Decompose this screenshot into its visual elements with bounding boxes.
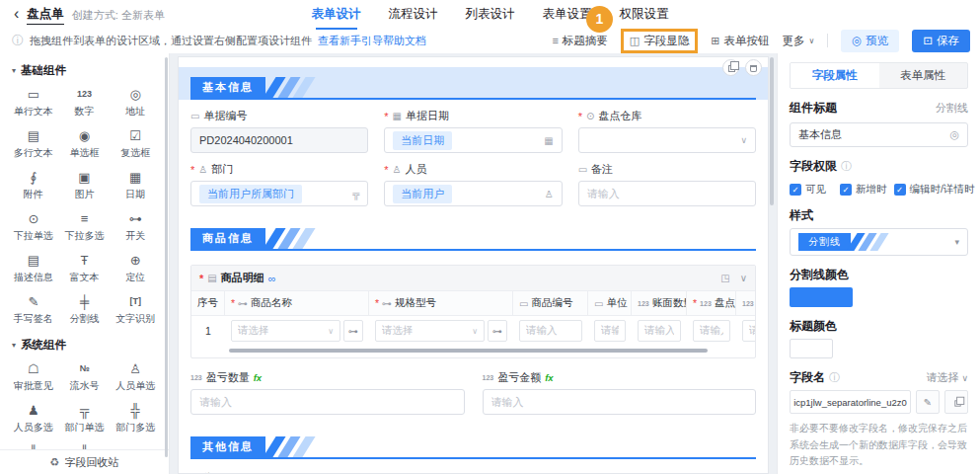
link-button[interactable]: ⊶ (488, 320, 507, 342)
tab-flow-design[interactable]: 流程设计 (389, 0, 438, 30)
bill-number-input[interactable]: PD2024040200001 (190, 127, 368, 153)
divider-color-swatch[interactable] (790, 287, 853, 307)
tab-list-design[interactable]: 列表设计 (466, 0, 515, 30)
field-name-input[interactable]: icp1jlw_separatorline_u2z0 (790, 390, 911, 414)
back-icon[interactable]: ‹ (14, 6, 19, 22)
tab-form-settings[interactable]: 表单设置 (543, 0, 592, 30)
component-item-switch[interactable]: ⊶开关 (110, 210, 161, 243)
section-banner-basic-info[interactable]: 基本信息 (179, 67, 768, 100)
edit-field-name-button[interactable]: ✎ (916, 390, 940, 414)
field-warehouse[interactable]: *⊙盘点仓库 ∨ (578, 109, 756, 153)
component-title-label: 组件标题 (790, 100, 837, 117)
component-item-number[interactable]: 123数字 (59, 86, 111, 118)
action-title-summary[interactable]: ≡标题摘要 (552, 34, 607, 48)
section-banner-goods-info[interactable]: 商品信息 (190, 228, 756, 251)
recycle-bin-item[interactable]: ♻ 字段回收站 (0, 449, 169, 474)
component-item-ocr[interactable]: [T]文字识别 (110, 293, 161, 326)
form-title[interactable]: 盘点单 (27, 6, 64, 25)
cell-input[interactable]: 请输入 (638, 320, 681, 342)
component-item-rich-text[interactable]: Ŧ富文本 (59, 252, 111, 284)
checkbox-checked-icon[interactable]: ✓ (894, 184, 906, 196)
link-button[interactable]: ⊶ (343, 320, 363, 342)
help-link[interactable]: 查看新手引导帮助文档 (318, 34, 426, 48)
component-item-dropdown-multi[interactable]: ≡下拉多选 (59, 210, 111, 243)
remark-input[interactable]: 请输入 (578, 181, 756, 206)
tab-form-properties[interactable]: 表单属性 (879, 63, 968, 88)
cell-select[interactable]: 请选择∨ (231, 320, 340, 342)
expand-icon[interactable]: ◳ (720, 273, 729, 283)
more-button[interactable]: 更多 ∨ (782, 34, 814, 48)
copy-field-name-button[interactable] (944, 390, 968, 414)
component-title-input[interactable]: 基本信息 ◎ (790, 122, 968, 147)
field-department[interactable]: *♙部门 当前用户所属部门╦ (190, 162, 368, 206)
person-input[interactable]: 当前用户♙ (384, 181, 562, 206)
component-item-multi-line-text[interactable]: ▤多行文本 (8, 127, 59, 160)
component-item-dept-multi[interactable]: ╬部门多选 (110, 402, 161, 434)
component-item-image[interactable]: ▣图片 (59, 169, 111, 201)
checkbox-checked-icon[interactable]: ✓ (790, 184, 801, 196)
component-item-divider[interactable]: ╪分割线 (59, 293, 111, 326)
component-group-header-0[interactable]: ▾基础组件 (0, 59, 169, 82)
horizontal-scrollbar[interactable] (229, 349, 708, 353)
tab-field-properties[interactable]: 字段属性 (791, 63, 879, 88)
component-item-dept-single[interactable]: ╦部门单选 (59, 402, 111, 434)
tab-form-design[interactable]: 表单设计 (312, 0, 361, 30)
copy-section-button[interactable] (722, 59, 739, 76)
eye-icon[interactable]: ◎ (949, 128, 959, 141)
delete-section-button[interactable] (745, 59, 762, 76)
field-name-select[interactable]: 请选择∨ (926, 370, 968, 385)
component-item-approval-comment[interactable]: ☖审批意见 (8, 360, 59, 393)
field-profit-amount[interactable]: 123盈亏金额fx 请输入 (483, 370, 757, 415)
save-button[interactable]: ⊡ 保存 (912, 30, 970, 52)
cell-input[interactable]: 请输入 (594, 320, 626, 342)
divider-color-label: 分割线颜色 (790, 267, 849, 283)
cell-input[interactable]: 请输入 (742, 320, 756, 342)
action-field-visibility[interactable]: ◫字段显隐1 (621, 29, 698, 53)
cell-input[interactable]: 请输入 (693, 320, 730, 342)
component-item-dropdown-single[interactable]: ⊙下拉单选 (8, 210, 59, 243)
collapse-icon[interactable]: ∨ (740, 273, 747, 283)
perm-on-create[interactable]: ✓新增时 (840, 183, 887, 197)
checkbox-checked-icon[interactable]: ✓ (840, 184, 852, 196)
sidebar-scrollbar[interactable] (165, 57, 168, 457)
component-item-person-single[interactable]: ♙人员单选 (110, 360, 161, 393)
field-profit-quantity[interactable]: 123盈亏数量fx 请输入 (190, 370, 465, 415)
field-bill-number[interactable]: ▭单据编号 PD2024040200001 (190, 109, 368, 153)
bill-date-input[interactable]: 当前日期▦ (384, 127, 562, 153)
field-remark[interactable]: ▭备注 请输入 (578, 162, 756, 206)
component-item-checkbox[interactable]: ☑复选框 (110, 127, 161, 160)
perm-on-edit-detail[interactable]: ✓编辑时/详情时 (894, 183, 975, 197)
component-item-attachment[interactable]: ∮附件 (8, 169, 59, 201)
cell-input[interactable]: 请输入 (519, 320, 582, 342)
component-item-date[interactable]: ▦日期 (110, 169, 161, 201)
perm-visible[interactable]: ✓可见 (790, 183, 826, 197)
profit-quantity-input[interactable]: 请输入 (190, 389, 465, 415)
component-item-radio[interactable]: ◉单选框 (59, 127, 111, 160)
field-name-warning: 非必要不要修改字段名，修改完保存之后系统会生成一个新的数据库字段，会导致历史数据… (790, 421, 968, 470)
canvas-scrollbar[interactable] (770, 57, 774, 205)
component-item-location[interactable]: ⊕定位 (110, 252, 161, 284)
style-select[interactable]: 分割线 ▾ (790, 228, 968, 256)
cell-select[interactable]: 请选择∨ (375, 320, 485, 342)
detail-table[interactable]: * ▤ 商品明细 ∞ ◳ ∨ 序号*⊶商品名称*⊶规格型号▭商品编号▭单位123… (190, 265, 756, 358)
preview-button[interactable]: ◎ 预览 (841, 30, 899, 52)
section-banner-other-info[interactable]: 其他信息 (190, 436, 756, 459)
component-item-serial-number[interactable]: №流水号 (59, 360, 111, 393)
approval-comment-icon: ☖ (26, 360, 41, 376)
department-input[interactable]: 当前用户所属部门╦ (190, 181, 368, 206)
field-bill-date[interactable]: *▦单据日期 当前日期▦ (384, 109, 562, 153)
tab-permission-settings[interactable]: 权限设置 (620, 0, 669, 30)
location-icon: ⊕ (127, 252, 143, 268)
component-item-signature[interactable]: ✎手写签名 (8, 293, 59, 326)
component-item-single-line-text[interactable]: ▭单行文本 (8, 86, 59, 118)
component-group-header-1[interactable]: ▾系统组件 (0, 334, 169, 356)
action-form-buttons[interactable]: ⊞表单按钮 (711, 34, 769, 48)
profit-amount-input[interactable]: 请输入 (483, 389, 757, 415)
component-item-address[interactable]: ◎地址 (110, 86, 161, 118)
field-person[interactable]: *♙人员 当前用户♙ (384, 162, 562, 206)
title-color-swatch[interactable] (790, 339, 833, 358)
component-item-description[interactable]: ▤描述信息 (8, 252, 59, 284)
designer-hint: ⓘ 拖拽组件到表单的设计区域，通过设置右侧配置项设计组件 查看新手引导帮助文档 (12, 33, 426, 49)
warehouse-select[interactable]: ∨ (578, 127, 756, 153)
component-item-person-multi[interactable]: ♟人员多选 (8, 402, 59, 434)
